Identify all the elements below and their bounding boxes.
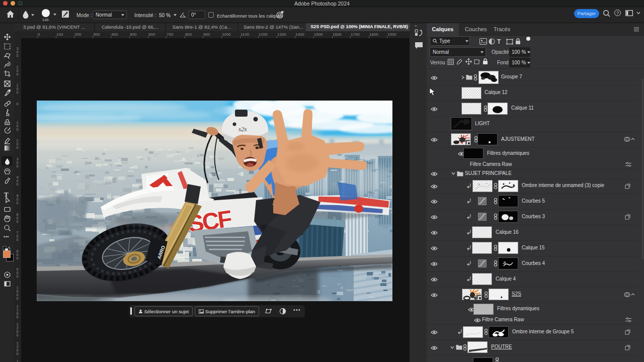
svg-text:s2s: s2s: [238, 125, 247, 133]
svg-text:Jt: Jt: [502, 260, 506, 265]
